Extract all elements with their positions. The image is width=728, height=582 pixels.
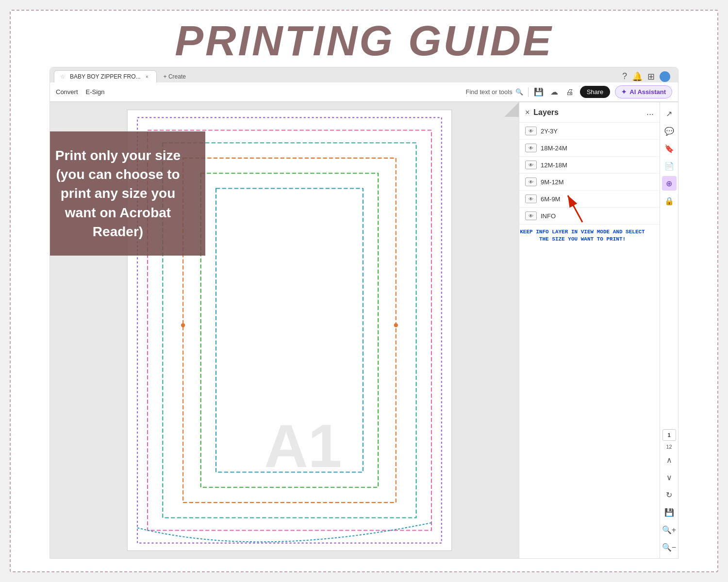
layers-close-button[interactable]: × <box>525 108 529 117</box>
sidebar-down-icon[interactable]: ∨ <box>662 470 677 485</box>
browser-toolbar: Convert E-Sign Find text or tools 🔍 💾 ☁ … <box>50 82 678 102</box>
toolbar-left: Convert E-Sign <box>56 88 105 96</box>
layers-panel: × Layers ... 👁 2Y-3Y 👁 18M-24M 👁 12M-18M… <box>519 102 660 558</box>
right-sidebar: ↗ 💬 🔖 📄 ⊕ 🔒 1 12 ∧ ∨ ↻ 💾 🔍+ 🔍− <box>660 102 678 558</box>
find-text-box[interactable]: Find text or tools 🔍 <box>466 88 523 96</box>
page-current-number[interactable]: 1 <box>662 429 676 441</box>
tab-label: BABY BOY ZIPPER FRO... <box>70 73 141 80</box>
info-overlay: Print only your size (you can choose to … <box>50 131 205 256</box>
layer-visibility-icon[interactable]: 👁 <box>525 144 537 152</box>
svg-line-11 <box>568 195 582 222</box>
ai-assistant-button[interactable]: ✦ AI Assistant <box>615 85 672 98</box>
tab-favicon-icon: ☆ <box>60 73 67 80</box>
page-title: PRINTING GUIDE <box>11 19 717 62</box>
browser-top-right-icons: ? 🔔 ⊞ <box>622 71 674 82</box>
esign-button[interactable]: E-Sign <box>86 88 105 96</box>
browser-tab[interactable]: ☆ BABY BOY ZIPPER FRO... × <box>54 70 157 82</box>
layer-visibility-icon[interactable]: 👁 <box>525 127 537 135</box>
grid-icon[interactable]: ⊞ <box>647 71 655 82</box>
sidebar-lock-icon[interactable]: 🔒 <box>662 194 677 208</box>
layer-name-18m24m: 18M-24M <box>541 145 654 152</box>
svg-text:A1: A1 <box>264 412 342 480</box>
sidebar-document-icon[interactable]: 📄 <box>662 159 677 173</box>
svg-point-9 <box>394 323 398 327</box>
main-content: A1 Print only your size (you can choose … <box>50 102 678 559</box>
layer-visibility-icon[interactable]: 👁 <box>525 161 537 169</box>
outer-container: PRINTING GUIDE ☆ BABY BOY ZIPPER FRO... … <box>10 10 718 572</box>
title-area: PRINTING GUIDE <box>11 11 717 67</box>
divider <box>528 87 529 97</box>
info-overlay-text: Print only your size (you can choose to … <box>50 146 191 241</box>
printer-icon[interactable]: 🖨 <box>564 87 575 97</box>
layer-item-2y3y[interactable]: 👁 2Y-3Y <box>519 123 660 140</box>
tab-close-button[interactable]: × <box>144 73 150 80</box>
sidebar-comment-icon[interactable]: 💬 <box>662 124 677 138</box>
sidebar-bookmark-icon[interactable]: 🔖 <box>662 141 677 156</box>
cloud-icon[interactable]: ☁ <box>549 87 560 97</box>
sidebar-up-icon[interactable]: ∧ <box>662 453 677 467</box>
layer-item-12m18m[interactable]: 👁 12M-18M <box>519 157 660 174</box>
bell-icon[interactable]: 🔔 <box>632 71 643 82</box>
layer-name-12m18m: 12M-18M <box>541 162 654 169</box>
ai-icon: ✦ <box>621 88 627 96</box>
svg-point-8 <box>181 323 185 327</box>
browser-tabs: ☆ BABY BOY ZIPPER FRO... × + Create ? 🔔 … <box>50 67 678 82</box>
layer-name-2y3y: 2Y-3Y <box>541 128 654 135</box>
search-icon: 🔍 <box>515 88 523 96</box>
sidebar-zoom-in-icon[interactable]: 🔍+ <box>662 522 677 537</box>
user-avatar[interactable] <box>660 71 670 82</box>
sidebar-layers-icon[interactable]: ⊕ <box>662 176 677 191</box>
layers-header: × Layers ... <box>519 102 660 123</box>
new-tab-button[interactable]: + Create <box>159 71 191 82</box>
browser-chrome: ☆ BABY BOY ZIPPER FRO... × + Create ? 🔔 … <box>50 67 678 102</box>
annotation-area: KEEP INFO LAYER IN VIEW MODE AND SELECT … <box>514 181 650 248</box>
annotation-text: KEEP INFO LAYER IN VIEW MODE AND SELECT … <box>519 228 645 243</box>
find-label: Find text or tools <box>466 88 513 96</box>
help-icon[interactable]: ? <box>622 71 627 81</box>
layers-more-button[interactable]: ... <box>646 107 654 117</box>
layers-title: Layers <box>533 108 643 117</box>
sidebar-export-icon[interactable]: ↗ <box>662 106 677 121</box>
sidebar-save-icon[interactable]: 💾 <box>662 505 677 519</box>
sidebar-refresh-icon[interactable]: ↻ <box>662 487 677 502</box>
convert-button[interactable]: Convert <box>56 88 78 96</box>
share-button[interactable]: Share <box>580 86 611 98</box>
toolbar-right: Find text or tools 🔍 💾 ☁ 🖨 Share ✦ AI As… <box>466 85 672 98</box>
page-total-number: 12 <box>666 444 672 450</box>
pdf-viewer: A1 Print only your size (you can choose … <box>50 102 519 558</box>
layer-item-18m24m[interactable]: 👁 18M-24M <box>519 140 660 157</box>
annotation-arrow-svg <box>553 191 612 225</box>
save-icon[interactable]: 💾 <box>533 87 544 97</box>
sidebar-zoom-out-icon[interactable]: 🔍− <box>662 540 677 554</box>
